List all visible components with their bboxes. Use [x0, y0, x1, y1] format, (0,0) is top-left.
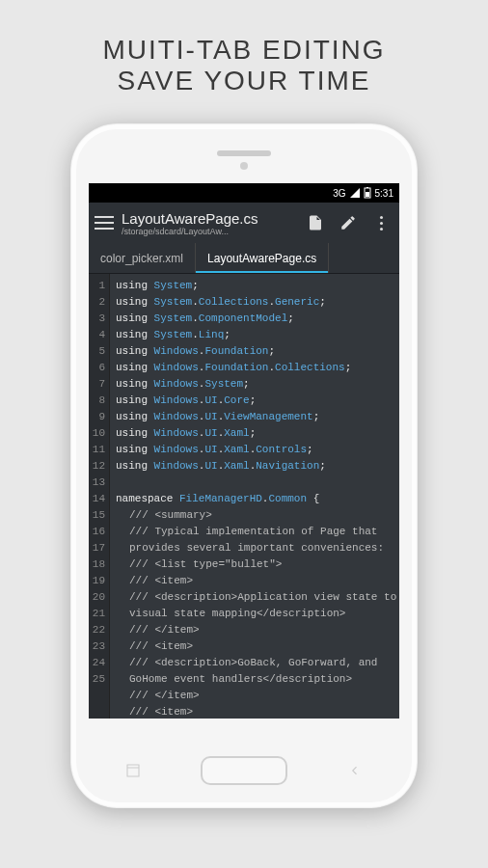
headline-line2: SAVE YOUR TIME — [102, 66, 385, 96]
code-line[interactable]: using System.Collections.Generic; — [116, 294, 397, 311]
line-number: 24 — [91, 655, 105, 671]
signal-icon — [350, 188, 360, 198]
home-button[interactable] — [201, 756, 287, 785]
line-number: 13 — [91, 475, 105, 491]
overflow-icon[interactable] — [368, 210, 393, 235]
tab-bar: color_picker.xmlLayoutAwarePage.cs — [89, 243, 399, 274]
line-number: 6 — [91, 360, 105, 376]
phone-sensors — [240, 162, 248, 170]
line-number: 1 — [91, 278, 105, 294]
line-number: 10 — [91, 425, 105, 442]
line-number: 22 — [91, 622, 105, 638]
code-line[interactable]: /// Typical implementation of Page that … — [116, 524, 397, 556]
app-bar: LayoutAwarePage.cs /storage/sdcard/Layou… — [89, 203, 399, 243]
capacitive-recent[interactable] — [346, 762, 364, 779]
new-file-icon[interactable] — [303, 210, 328, 235]
line-number: 15 — [91, 507, 105, 524]
line-number: 21 — [91, 606, 105, 622]
code-line[interactable]: using System.ComponentModel; — [116, 311, 397, 327]
line-number: 4 — [91, 327, 105, 343]
code-line[interactable]: using Windows.UI.ViewManagement; — [116, 409, 397, 425]
line-number: 19 — [91, 573, 105, 589]
phone-inner: 3G 5:31 LayoutAwarePage.cs /storage/sdca… — [76, 129, 412, 802]
code-line[interactable]: using Windows.UI.Xaml.Navigation; — [116, 458, 397, 475]
line-number: 11 — [91, 442, 105, 458]
line-number: 16 — [91, 524, 105, 540]
line-number: 2 — [91, 294, 105, 311]
menu-icon[interactable] — [95, 216, 114, 230]
code-line[interactable]: using Windows.Foundation.Collections; — [116, 360, 397, 376]
line-number: 5 — [91, 343, 105, 360]
capacitive-back[interactable] — [124, 762, 142, 779]
svg-rect-2 — [366, 192, 369, 197]
phone-screen: 3G 5:31 LayoutAwarePage.cs /storage/sdca… — [89, 183, 399, 719]
battery-icon — [364, 187, 371, 199]
line-number: 25 — [91, 671, 105, 688]
code-area[interactable]: using System;using System.Collections.Ge… — [110, 274, 399, 719]
line-number: 9 — [91, 409, 105, 425]
code-line[interactable]: using Windows.UI.Xaml; — [116, 425, 397, 442]
line-number: 8 — [91, 393, 105, 409]
code-line[interactable]: /// </item> — [116, 688, 397, 704]
code-line[interactable]: /// <item> — [116, 638, 397, 655]
clock: 5:31 — [375, 188, 393, 199]
line-number: 12 — [91, 458, 105, 475]
code-line[interactable]: using Windows.UI.Core; — [116, 393, 397, 409]
file-path: /storage/sdcard/LayoutAw... — [122, 227, 295, 236]
code-line[interactable]: using System; — [116, 278, 397, 294]
code-editor[interactable]: 1234567891011121314151617181920212223242… — [89, 274, 399, 719]
phone-speaker — [217, 150, 271, 156]
svg-marker-0 — [350, 188, 360, 198]
line-number: 3 — [91, 311, 105, 327]
code-line[interactable]: using Windows.UI.Xaml.Controls; — [116, 442, 397, 458]
code-line[interactable]: /// <description>GoBack, GoForward, and … — [116, 655, 397, 688]
code-line[interactable]: /// <list type="bullet"> — [116, 556, 397, 573]
code-line[interactable]: using System.Linq; — [116, 327, 397, 343]
line-number: 23 — [91, 638, 105, 655]
code-line[interactable]: /// <item> — [116, 704, 397, 719]
code-line[interactable]: /// </item> — [116, 622, 397, 638]
tab-0[interactable]: color_picker.xml — [89, 243, 196, 273]
phone-frame: 3G 5:31 LayoutAwarePage.cs /storage/sdca… — [70, 123, 418, 808]
line-number: 7 — [91, 376, 105, 393]
line-gutter: 1234567891011121314151617181920212223242… — [89, 274, 110, 719]
line-number: 14 — [91, 491, 105, 507]
line-number: 17 — [91, 540, 105, 556]
line-number: 18 — [91, 556, 105, 573]
headline-line1: MUITI-TAB EDITING — [102, 35, 385, 66]
code-line[interactable]: using Windows.System; — [116, 376, 397, 393]
code-line[interactable]: /// <summary> — [116, 507, 397, 524]
title-block: LayoutAwarePage.cs /storage/sdcard/Layou… — [122, 210, 295, 236]
file-title: LayoutAwarePage.cs — [122, 210, 295, 227]
code-line[interactable]: namespace FileManagerHD.Common { — [116, 491, 397, 507]
network-label: 3G — [333, 188, 345, 199]
code-line[interactable]: using Windows.Foundation; — [116, 343, 397, 360]
line-number: 20 — [91, 589, 105, 606]
code-line[interactable]: /// <description>Application view state … — [116, 589, 397, 622]
edit-icon[interactable] — [336, 210, 361, 235]
tab-1[interactable]: LayoutAwarePage.cs — [196, 243, 329, 273]
svg-rect-3 — [366, 187, 368, 188]
promo-headline: MUITI-TAB EDITING SAVE YOUR TIME — [102, 35, 385, 96]
code-line[interactable] — [116, 475, 397, 491]
status-bar: 3G 5:31 — [89, 183, 399, 203]
code-line[interactable]: /// <item> — [116, 573, 397, 589]
